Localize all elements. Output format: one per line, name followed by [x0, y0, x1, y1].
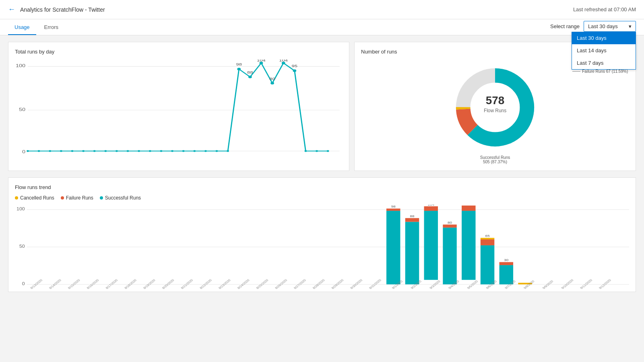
svg-text:8/21/2020: 8/21/2020: [180, 278, 194, 290]
svg-point-38: [316, 150, 318, 152]
svg-text:8/16/2020: 8/16/2020: [86, 278, 100, 290]
svg-text:8/27/2020: 8/27/2020: [293, 278, 307, 290]
donut-center-label: Flow Runs: [484, 108, 506, 113]
svg-text:8/13/2020: 8/13/2020: [29, 278, 43, 290]
svg-point-20: [49, 150, 51, 152]
bar-failure-9-2: [405, 218, 419, 222]
svg-point-22: [71, 150, 74, 152]
last-refreshed: Last refreshed at 07:00 AM: [573, 6, 636, 12]
svg-point-8: [248, 76, 252, 78]
svg-text:8/20/2020: 8/20/2020: [161, 278, 175, 290]
donut-bottom-legend: Successful Runs 505 (87.37%): [480, 155, 510, 164]
tabs-bar: Usage Errors Select range Last 30 days ▾…: [0, 19, 644, 35]
range-label: Select range: [550, 23, 580, 29]
trend-legend: Cancelled Runs Failure Runs Successful R…: [15, 195, 629, 201]
svg-text:8/29/2020: 8/29/2020: [331, 278, 345, 290]
donut-total: 578: [486, 94, 504, 107]
bar-chart-container: 100 50 0 98 88: [15, 205, 629, 285]
svg-text:98: 98: [391, 205, 396, 208]
failure-label: Failure Runs: [66, 195, 93, 201]
svg-point-16: [293, 70, 296, 72]
svg-point-33: [193, 150, 196, 152]
svg-text:50: 50: [19, 244, 25, 249]
svg-text:8/19/2020: 8/19/2020: [142, 278, 157, 290]
trend-card: Flow runs trend Cancelled Runs Failure R…: [8, 177, 636, 292]
svg-text:9/9/2020: 9/9/2020: [542, 280, 554, 290]
trend-chart-title: Flow runs trend: [15, 184, 629, 190]
svg-text:50: 50: [19, 107, 25, 112]
svg-point-21: [60, 150, 62, 152]
bar-successful-9-4: [443, 228, 456, 284]
svg-text:100: 100: [17, 207, 25, 211]
svg-point-12: [270, 82, 274, 84]
svg-text:9/3/2020: 9/3/2020: [429, 280, 441, 290]
svg-text:9/10/2020: 9/10/2020: [561, 278, 575, 290]
legend-failure: Failure Runs: [61, 195, 93, 201]
svg-text:9/5/2020: 9/5/2020: [466, 280, 479, 290]
svg-text:8/22/2020: 8/22/2020: [199, 278, 213, 290]
line-chart-card: Total runs by day 100 50 0: [8, 42, 349, 171]
svg-point-34: [204, 150, 207, 152]
back-button[interactable]: ←: [8, 5, 15, 14]
svg-point-37: [305, 150, 307, 152]
successful-bottom-legend: Successful Runs: [480, 155, 510, 160]
successful-label: Successful Runs: [105, 195, 141, 201]
bar-successful-9-1: [386, 211, 400, 284]
svg-text:8/18/2020: 8/18/2020: [124, 278, 138, 290]
failure-legend-text: Failure Runs 67 (11.59%): [582, 69, 628, 74]
svg-text:80: 80: [448, 221, 452, 224]
bar-chart-svg: 100 50 0 98 88: [15, 205, 629, 293]
chevron-down-icon: ▾: [629, 23, 632, 29]
bar-failure-9-4: [443, 224, 456, 228]
svg-text:0: 0: [22, 149, 25, 154]
failure-dot: [61, 196, 64, 200]
svg-text:100: 100: [16, 63, 25, 68]
line-chart-svg: 100 50 0 98: [15, 60, 343, 164]
svg-text:104: 104: [465, 205, 472, 206]
bar-cancelled-9-6: [481, 238, 494, 239]
svg-point-26: [116, 150, 118, 152]
svg-text:8/23/2020: 8/23/2020: [218, 278, 232, 290]
svg-point-18: [27, 150, 29, 152]
svg-text:8/28/2020: 8/28/2020: [312, 278, 326, 290]
svg-point-35: [216, 150, 218, 152]
successful-dot: [100, 196, 103, 200]
bar-failure-9-5: [462, 206, 475, 211]
svg-point-30: [160, 150, 162, 152]
cancelled-dot: [15, 196, 18, 200]
tab-errors[interactable]: Errors: [38, 20, 65, 35]
svg-text:8/31/2020: 8/31/2020: [368, 278, 382, 290]
range-dropdown-button[interactable]: Last 30 days ▾: [584, 21, 636, 32]
svg-point-31: [171, 150, 173, 152]
range-option-14days[interactable]: Last 14 days: [572, 44, 636, 57]
svg-text:9/11/2020: 9/11/2020: [579, 278, 593, 290]
svg-point-19: [38, 150, 40, 152]
main-content: Total runs by day 100 50 0: [0, 35, 644, 298]
svg-text:65: 65: [485, 234, 490, 238]
donut-chart-container: Cancelled Runs 6 (1.04%) Failure Runs 67…: [361, 60, 629, 164]
svg-text:104: 104: [279, 60, 288, 62]
svg-text:9/8/2020: 9/8/2020: [523, 280, 535, 290]
svg-text:88: 88: [247, 70, 253, 74]
svg-text:95: 95: [292, 64, 298, 68]
range-option-30days[interactable]: Last 30 days: [572, 32, 636, 44]
svg-text:80: 80: [269, 76, 275, 80]
svg-point-39: [327, 150, 329, 152]
tab-usage[interactable]: Usage: [8, 20, 36, 35]
svg-point-32: [182, 150, 185, 152]
range-option-7days[interactable]: Last 7 days: [572, 57, 636, 69]
svg-text:30: 30: [504, 258, 508, 262]
range-dropdown-menu: Last 30 days Last 14 days Last 7 days: [572, 32, 636, 70]
svg-text:8/30/2020: 8/30/2020: [349, 278, 363, 290]
svg-point-23: [82, 150, 85, 152]
svg-point-6: [237, 68, 241, 70]
svg-text:104: 104: [428, 205, 434, 206]
svg-point-25: [104, 150, 107, 152]
bar-successful-9-2: [405, 222, 419, 285]
bar-failure-9-1: [386, 209, 400, 211]
svg-point-36: [227, 150, 229, 152]
svg-text:8/24/2020: 8/24/2020: [237, 278, 251, 290]
bar-failure-9-6: [481, 239, 494, 245]
svg-text:8/26/2020: 8/26/2020: [274, 278, 288, 290]
bar-successful-9-3: [424, 211, 438, 280]
